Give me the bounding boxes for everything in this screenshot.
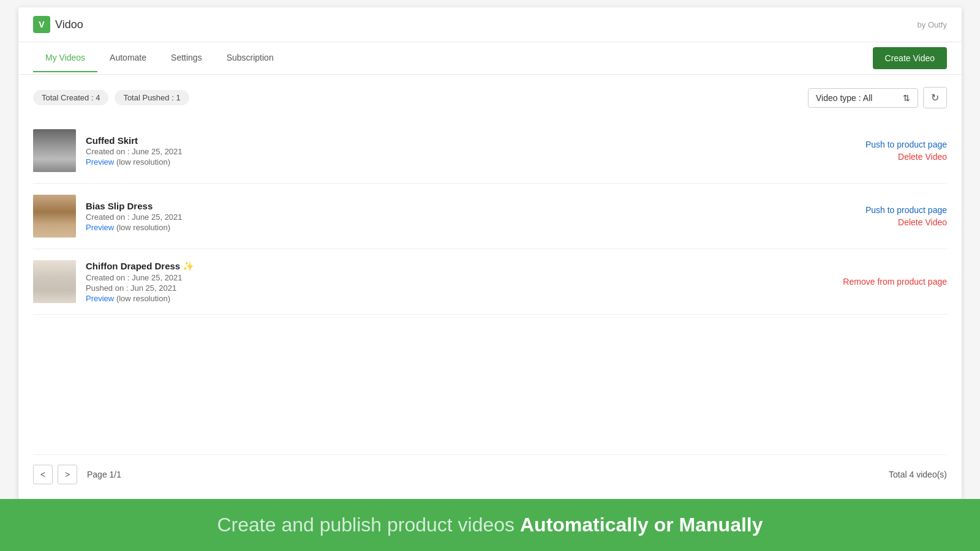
next-page-button[interactable]: > [58, 465, 77, 484]
select-arrows-icon: ⇅ [903, 93, 910, 103]
video-preview-link[interactable]: Preview (low resolution) [86, 157, 183, 167]
video-created-date: Created on : June 25, 2021 [86, 273, 194, 282]
stats-badges: Total Created : 4 Total Pushed : 1 [33, 90, 189, 105]
video-info: Chiffon Draped Dress ✨ Created on : June… [86, 261, 194, 303]
video-type-select[interactable]: Video type : All ⇅ [808, 88, 918, 108]
video-preview-link[interactable]: Preview (low resolution) [86, 294, 194, 303]
video-actions: Push to product page Delete Video [865, 140, 947, 162]
by-outfy-label: by Outfy [918, 20, 947, 29]
footer-text: Create and publish product videos Automa… [217, 514, 763, 536]
tab-my-videos[interactable]: My Videos [33, 44, 97, 72]
video-title: Cuffed Skirt [86, 135, 183, 146]
total-videos-label: Total 4 video(s) [889, 470, 947, 479]
video-actions: Push to product page Delete Video [865, 205, 947, 227]
stats-filter-row: Total Created : 4 Total Pushed : 1 Video… [33, 87, 947, 108]
footer-bold-text: Automatically or Manually [520, 514, 763, 536]
video-preview-link[interactable]: Preview (low resolution) [86, 223, 183, 232]
video-thumbnail [33, 195, 76, 238]
video-info: Bias Slip Dress Created on : June 25, 20… [86, 201, 183, 232]
video-created-date: Created on : June 25, 2021 [86, 212, 183, 222]
filter-area: Video type : All ⇅ ↻ [808, 87, 947, 108]
push-to-product-page-link[interactable]: Push to product page [865, 140, 947, 149]
preview-label[interactable]: Preview [86, 294, 114, 303]
video-type-label: Video type : All [816, 93, 872, 103]
video-thumbnail [33, 129, 76, 172]
delete-video-link[interactable]: Delete Video [898, 152, 947, 162]
app-name: Vidoo [55, 18, 83, 31]
video-info: Cuffed Skirt Created on : June 25, 2021 … [86, 135, 183, 167]
table-row: Bias Slip Dress Created on : June 25, 20… [33, 184, 947, 249]
pagination-row: < > Page 1/1 Total 4 video(s) [33, 454, 947, 487]
nav-tabs: My Videos Automate Settings Subscription [33, 44, 286, 72]
pagination-controls: < > Page 1/1 [33, 465, 121, 484]
video-left: Chiffon Draped Dress ✨ Created on : June… [33, 260, 194, 303]
total-pushed-badge: Total Pushed : 1 [115, 90, 189, 105]
tab-automate[interactable]: Automate [97, 44, 159, 72]
logo-icon: V [33, 16, 50, 33]
preview-quality-label: (low resolution) [116, 157, 170, 167]
video-left: Cuffed Skirt Created on : June 25, 2021 … [33, 129, 183, 172]
video-created-date: Created on : June 25, 2021 [86, 147, 183, 156]
app-header: V Vidoo by Outfy [18, 7, 962, 42]
total-created-badge: Total Created : 4 [33, 90, 108, 105]
page-info-label: Page 1/1 [87, 470, 121, 479]
main-content: Total Created : 4 Total Pushed : 1 Video… [18, 75, 962, 499]
remove-from-product-page-link[interactable]: Remove from product page [843, 277, 947, 287]
refresh-button[interactable]: ↻ [923, 87, 947, 108]
video-title: Chiffon Draped Dress ✨ [86, 261, 194, 272]
tab-settings[interactable]: Settings [159, 44, 214, 72]
video-title: Bias Slip Dress [86, 201, 183, 211]
create-video-button[interactable]: Create Video [873, 47, 947, 69]
video-thumbnail [33, 260, 76, 303]
footer-normal-text: Create and publish product videos [217, 514, 520, 536]
tab-subscription[interactable]: Subscription [214, 44, 286, 72]
video-actions: Remove from product page [843, 277, 947, 287]
preview-label[interactable]: Preview [86, 157, 114, 167]
push-to-product-page-link[interactable]: Push to product page [865, 205, 947, 215]
table-row: Chiffon Draped Dress ✨ Created on : June… [33, 249, 947, 315]
video-left: Bias Slip Dress Created on : June 25, 20… [33, 195, 183, 238]
footer-section: Create and publish product videos Automa… [0, 499, 980, 551]
video-pushed-date: Pushed on : Jun 25, 2021 [86, 283, 194, 293]
delete-video-link[interactable]: Delete Video [898, 217, 947, 227]
navigation: My Videos Automate Settings Subscription… [18, 42, 962, 75]
preview-quality-label: (low resolution) [116, 223, 170, 232]
logo-area: V Vidoo [33, 16, 83, 33]
table-row: Cuffed Skirt Created on : June 25, 2021 … [33, 118, 947, 184]
prev-page-button[interactable]: < [33, 465, 53, 484]
preview-label[interactable]: Preview [86, 223, 114, 232]
preview-quality-label: (low resolution) [116, 294, 170, 303]
video-list: Cuffed Skirt Created on : June 25, 2021 … [33, 118, 947, 449]
